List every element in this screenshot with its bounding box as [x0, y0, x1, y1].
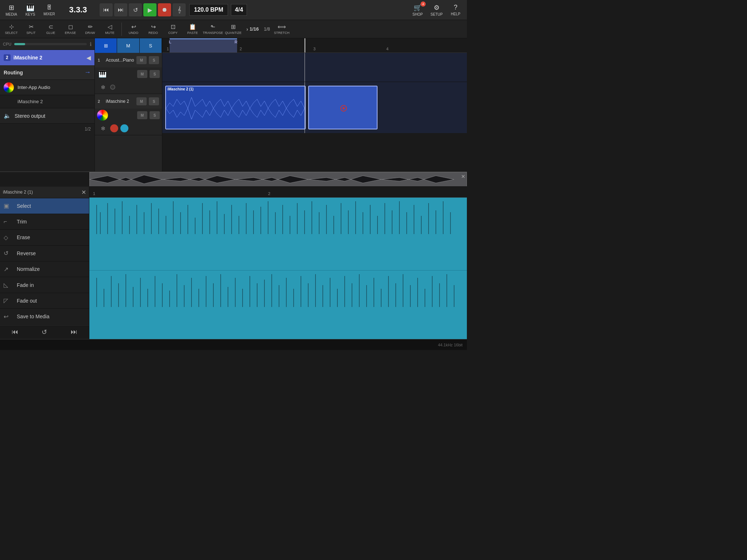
redo-tool[interactable]: ↪ REDO [144, 21, 163, 38]
copy-tool[interactable]: ⊡ COPY [163, 21, 182, 38]
track1-name: Acoust...Piano [106, 58, 134, 63]
erase-audio-tool[interactable]: ◇ Erase [0, 230, 89, 245]
mute-tool[interactable]: ◁ MUTE [100, 21, 119, 38]
loop-button[interactable]: ↺ [129, 3, 142, 16]
stretch-tool[interactable]: ⟺ STRETCH [272, 21, 291, 38]
quantize-tool[interactable]: ⊞ QUANTIZE [224, 21, 243, 38]
track2-snowflake-button[interactable]: ❄ [98, 123, 108, 133]
waveform-top[interactable]: 120.0 BPM [89, 198, 467, 271]
mixer-button[interactable]: 🎚 MIXER [40, 1, 59, 19]
waveform-top-svg [89, 198, 467, 270]
top-toolbar: ⊞ MEDIA 🎹 KEYS 🎚 MIXER 3.3.3 ⏮ ⏭ ↺ ▶ ⏺ 𝄞… [0, 0, 467, 20]
waveform-bottom[interactable] [89, 271, 467, 339]
tc-tab-solo[interactable]: S [140, 38, 162, 53]
play-button[interactable]: ▶ [143, 3, 156, 16]
transpose-icon: ⬑ [210, 23, 215, 30]
rewind-button[interactable]: ⏮ [100, 3, 113, 16]
fade-in-tool[interactable]: ◺ Fade in [0, 277, 89, 293]
mini-close-button[interactable]: ✕ [461, 174, 465, 179]
routing-arrow[interactable]: → [84, 69, 91, 76]
page-number: 1/2 [85, 127, 91, 132]
track1-s-button[interactable]: S [150, 70, 160, 78]
track2-clip1[interactable]: iMaschine 2 (1) [165, 86, 306, 129]
copy-label: COPY [168, 31, 178, 35]
track1-clip-area [162, 53, 467, 82]
track2-playhead [305, 82, 305, 133]
paste-tool[interactable]: 📋 PASTE [183, 21, 202, 38]
help-button[interactable]: ? HELP [446, 1, 465, 19]
bottom-panel: ✕ iMaschine 2 (1) ✕ ▣ Select ⌐ Trim ◇ Er… [0, 171, 467, 339]
nav-next-button[interactable]: ⏭ [71, 328, 77, 336]
erase-label: ERASE [65, 31, 76, 35]
track-selector[interactable]: 2 iMaschine 2 ◀ [0, 50, 94, 65]
redo-label: REDO [148, 31, 158, 35]
track2-mute-button[interactable]: M [136, 97, 147, 105]
track1-snowflake-button[interactable]: ❄ [98, 82, 108, 92]
undo-tool[interactable]: ↩ UNDO [124, 21, 143, 38]
fade-out-tool[interactable]: ◸ Fade out [0, 293, 89, 309]
quantize-value-box: › 1/16 [244, 26, 262, 32]
glue-label: GLUE [46, 31, 55, 35]
track2-s-button[interactable]: S [150, 111, 160, 119]
track1-circle [110, 85, 115, 90]
forward-button[interactable]: ⏭ [114, 3, 127, 16]
save-to-media-tool[interactable]: ↩ Save to Media [0, 309, 89, 324]
imaschine-sub-item[interactable]: iMaschine 2 [0, 95, 94, 108]
media-button[interactable]: ⊞ MEDIA [2, 1, 21, 19]
inter-app-audio-item[interactable]: Inter-App Audio [0, 80, 94, 95]
track2-play-dot[interactable] [120, 124, 128, 132]
tc-tab-mute[interactable]: M [117, 38, 139, 53]
track2-header: 2 iMaschine 2 M S [95, 94, 162, 109]
cpu-info-icon[interactable]: ℹ [90, 41, 92, 47]
cpu-bar: CPU ℹ [0, 38, 94, 50]
reverse-tool[interactable]: ↺ Reverse [0, 246, 89, 261]
select-tool[interactable]: ⊹ SELECT [2, 21, 21, 38]
split-icon: ✂ [29, 23, 34, 30]
draw-tool[interactable]: ✏ DRAW [81, 21, 100, 38]
sub-quantize: 1/8 [263, 27, 272, 32]
track2-instrument-icon[interactable] [97, 110, 108, 121]
track2-record-dot[interactable] [110, 124, 118, 132]
bottom-close-button[interactable]: ✕ [81, 189, 86, 196]
setup-label: SETUP [430, 12, 442, 16]
track1-mute-button[interactable]: M [136, 56, 147, 64]
setup-button[interactable]: ⚙ SETUP [427, 1, 446, 19]
track2-extra-icons: ❄ [95, 122, 162, 135]
imaschine-sub-label: iMaschine 2 [18, 99, 43, 104]
select-audio-tool[interactable]: ▣ Select [0, 198, 89, 214]
erase-tool[interactable]: ◻ ERASE [61, 21, 80, 38]
track1-m-button[interactable]: M [137, 70, 147, 78]
track2-m-button[interactable]: M [137, 111, 147, 119]
nav-prev-button[interactable]: ⏮ [12, 328, 18, 336]
erase-icon: ◻ [68, 23, 73, 30]
track2-name: iMaschine 2 [106, 99, 134, 104]
timesig-display[interactable]: 4/4 [231, 4, 247, 16]
split-tool[interactable]: ✂ SPLIT [22, 21, 40, 38]
track1-solo-button[interactable]: S [149, 56, 159, 64]
track2-solo-button[interactable]: S [149, 97, 159, 105]
paste-label: PASTE [187, 31, 198, 35]
tc-tab-arrange[interactable]: ⊞ [95, 38, 117, 53]
nav-undo-button[interactable]: ↺ [42, 328, 47, 336]
keys-button[interactable]: 🎹 KEYS [21, 1, 40, 19]
quantize-arrow-left[interactable]: › [247, 26, 248, 32]
ruler-mark-3: 3 [313, 47, 316, 51]
metronome-button[interactable]: 𝄞 [173, 3, 186, 16]
svg-rect-6 [89, 198, 467, 270]
record-button[interactable]: ⏺ [158, 3, 171, 16]
track1-instrument-icon[interactable]: 🎹 [97, 69, 108, 79]
shop-button[interactable]: 🛒 SHOP 4 [408, 1, 427, 19]
svg-rect-5 [89, 172, 467, 187]
normalize-tool[interactable]: ↗ Normalize [0, 261, 89, 277]
transpose-tool[interactable]: ⬑ TRANSPOSE [203, 21, 223, 38]
bpm-display[interactable]: 120.0 BPM [189, 4, 228, 16]
track2-num: 2 [98, 99, 104, 104]
trim-tool[interactable]: ⌐ Trim [0, 214, 89, 230]
track2-clip2[interactable] [308, 86, 378, 129]
toolbar-right: 🛒 SHOP 4 ⚙ SETUP ? HELP [408, 1, 465, 19]
stereo-output-item[interactable]: 🔈 Stereo output [0, 108, 94, 124]
waveform-container: 120.0 BPM [89, 198, 467, 339]
b-ruler-mark-1: 1 [93, 191, 95, 196]
glue-tool[interactable]: ⊂ GLUE [41, 21, 60, 38]
stereo-label: Stereo output [15, 113, 45, 119]
